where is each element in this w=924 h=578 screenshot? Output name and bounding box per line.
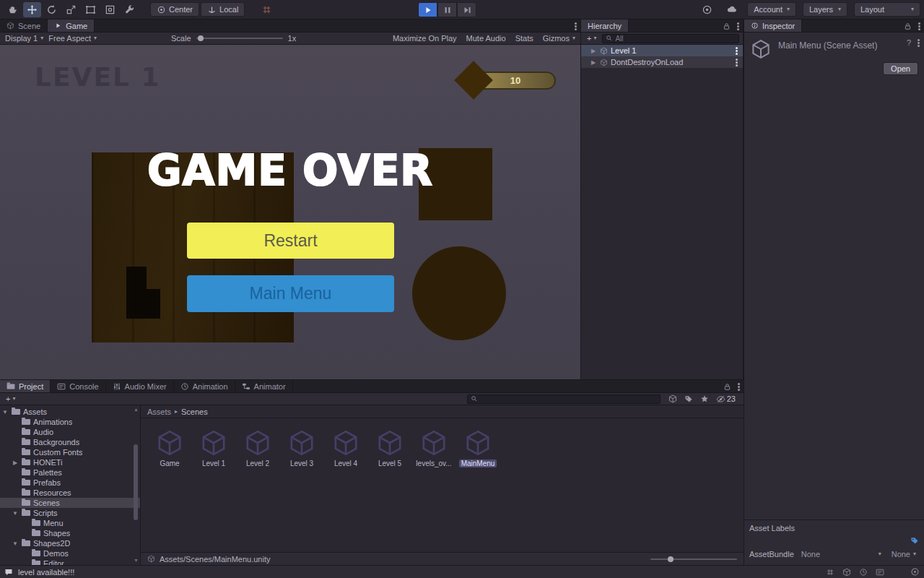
tab-scene[interactable]: Scene — [0, 20, 48, 32]
tree-item[interactable]: Animations — [0, 417, 140, 427]
asset-item[interactable]: Level 5 — [370, 428, 410, 467]
hierarchy-search-input[interactable] — [615, 35, 736, 43]
lock-icon[interactable] — [904, 22, 912, 30]
assetbundle-dropdown[interactable]: None▾ — [798, 549, 884, 559]
tree-item[interactable]: ▶HONETi — [0, 457, 140, 467]
tab-inspector[interactable]: Inspector — [744, 20, 802, 32]
tree-item[interactable]: Resources — [0, 488, 140, 498]
gizmos-dropdown[interactable]: Gizmos▾ — [543, 34, 575, 43]
foldout-arrow-icon[interactable]: ▶ — [590, 59, 597, 66]
play-button[interactable] — [418, 2, 437, 17]
scroll-up-icon[interactable]: ▲ — [134, 407, 139, 413]
layers-dropdown[interactable]: Layers▾ — [803, 2, 847, 17]
panel-menu-icon[interactable] — [918, 25, 920, 27]
asset-item[interactable]: Level 3 — [282, 428, 322, 467]
tree-item[interactable]: ▼Assets — [0, 407, 140, 417]
asset-item[interactable]: Level 4 — [326, 428, 366, 467]
tab-console[interactable]: Console — [51, 380, 105, 392]
package-manager-icon[interactable] — [842, 568, 851, 577]
rotate-tool-button[interactable] — [43, 2, 61, 17]
display-dropdown[interactable]: Display 1▾ — [5, 34, 43, 43]
aspect-dropdown[interactable]: Free Aspect▾ — [48, 34, 97, 43]
foldout-arrow-icon[interactable]: ▶ — [590, 48, 597, 54]
tab-project[interactable]: Project — [0, 380, 51, 392]
tab-game[interactable]: Game — [48, 20, 95, 32]
foldout-arrow-icon[interactable]: ▼ — [12, 510, 19, 517]
open-button[interactable]: Open — [883, 62, 918, 75]
tree-scrollbar[interactable]: ▲ ▼ — [133, 407, 139, 564]
mute-audio-toggle[interactable]: Mute Audio — [466, 34, 506, 43]
panel-menu-icon[interactable] — [737, 25, 739, 27]
scroll-down-icon[interactable]: ▼ — [134, 558, 139, 564]
tab-hierarchy[interactable]: Hierarchy — [581, 20, 629, 32]
tab-animation[interactable]: Animation — [174, 380, 235, 392]
tree-item[interactable]: Shapes — [0, 528, 140, 538]
orientation-toggle-button[interactable]: Local — [201, 2, 245, 17]
assetbundle-variant-dropdown[interactable]: None▾ — [889, 549, 919, 559]
favorites-star-icon[interactable] — [700, 394, 709, 403]
tree-item[interactable]: ▼Scripts — [0, 508, 140, 518]
scale-slider-thumb[interactable] — [198, 35, 204, 41]
panel-menu-icon[interactable] — [738, 386, 740, 388]
asset-labels-header[interactable]: Asset Labels — [744, 519, 924, 535]
pivot-toggle-button[interactable]: Center — [150, 2, 199, 17]
tree-item[interactable]: Backgrounds — [0, 437, 140, 447]
tree-item[interactable]: Menu — [0, 518, 140, 528]
stats-toggle[interactable]: Stats — [515, 34, 533, 43]
tab-animator[interactable]: Animator — [235, 380, 293, 392]
hierarchy-item[interactable]: ▶ Level 1 — [581, 45, 743, 56]
maximize-on-play-toggle[interactable]: Maximize On Play — [393, 34, 457, 43]
panel-menu-icon[interactable] — [575, 25, 577, 27]
hidden-count-button[interactable]: 23 — [716, 394, 736, 404]
main-menu-button[interactable]: Main Menu — [187, 275, 394, 312]
thumbnail-size-slider[interactable] — [650, 558, 737, 560]
step-button[interactable] — [457, 2, 476, 17]
tree-item[interactable]: Palettes — [0, 467, 140, 478]
breadcrumb-current[interactable]: Scenes — [181, 407, 208, 416]
cache-server-icon[interactable] — [876, 568, 884, 577]
custom-tool-button[interactable] — [121, 2, 139, 17]
asset-item[interactable]: Game — [149, 428, 190, 467]
grid-snap-button[interactable] — [258, 2, 276, 17]
layout-dropdown[interactable]: Layout▾ — [854, 2, 920, 17]
search-by-type-icon[interactable] — [668, 394, 677, 403]
tree-item[interactable]: ▼Shapes2D — [0, 538, 140, 548]
lock-icon[interactable] — [723, 383, 731, 391]
restart-button[interactable]: Restart — [187, 223, 394, 259]
asset-item[interactable]: levels_ov... — [414, 428, 454, 467]
create-asset-button[interactable]: +▾ — [4, 394, 17, 403]
hierarchy-item[interactable]: ▶ DontDestroyOnLoad — [581, 56, 743, 68]
scrollbar-thumb[interactable] — [134, 444, 138, 520]
collab-button[interactable] — [698, 2, 716, 17]
rect-tool-button[interactable] — [82, 2, 100, 17]
hierarchy-search[interactable] — [602, 34, 739, 43]
lock-icon[interactable] — [723, 22, 731, 30]
asset-menu-icon[interactable] — [918, 42, 920, 44]
status-message[interactable]: level available!!! — [18, 568, 74, 577]
hand-tool-button[interactable] — [4, 2, 22, 17]
project-search[interactable] — [467, 394, 661, 404]
tab-audio-mixer[interactable]: Audio Mixer — [106, 380, 174, 392]
breadcrumb-root[interactable]: Assets — [147, 407, 171, 416]
tree-item[interactable]: Editor — [0, 558, 140, 565]
tree-item[interactable]: Custom Fonts — [0, 447, 140, 457]
code-coverage-icon[interactable] — [826, 568, 834, 577]
project-search-input[interactable] — [480, 395, 657, 403]
tree-item[interactable]: Demos — [0, 548, 140, 558]
tree-item[interactable]: Prefabs — [0, 478, 140, 488]
tree-item[interactable]: Audio — [0, 427, 140, 437]
tree-item[interactable]: Scenes — [0, 498, 140, 508]
asset-item-selected[interactable]: MainMenu — [458, 428, 498, 467]
help-icon[interactable]: ? — [907, 38, 911, 47]
pause-button[interactable] — [437, 2, 457, 17]
label-tag-icon[interactable] — [910, 536, 919, 545]
foldout-arrow-icon[interactable]: ▼ — [1, 409, 9, 415]
asset-item[interactable]: Level 1 — [193, 428, 234, 467]
foldout-arrow-icon[interactable]: ▼ — [12, 540, 19, 547]
scale-slider[interactable] — [196, 38, 283, 39]
item-menu-icon[interactable] — [736, 61, 738, 64]
foldout-arrow-icon[interactable]: ▶ — [12, 460, 19, 466]
thumbnail-size-thumb[interactable] — [668, 556, 674, 562]
create-object-button[interactable]: +▾ — [585, 34, 598, 43]
transform-tool-button[interactable] — [101, 2, 119, 17]
